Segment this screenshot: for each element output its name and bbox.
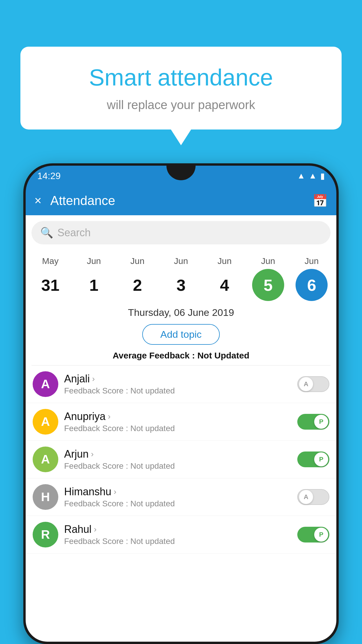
bubble-title: Smart attendance [38, 64, 324, 91]
avatar-1: A [33, 409, 58, 435]
close-button[interactable]: × [34, 194, 42, 208]
toggle-thumb-0: A [299, 377, 313, 391]
status-bar: 14:29 ▲ ▲ ▮ [26, 166, 336, 186]
status-icons: ▲ ▲ ▮ [297, 171, 325, 181]
bubble-subtitle: will replace your paperwork [38, 98, 324, 112]
calendar-row: May31Jun1Jun2Jun3Jun4Jun5Jun6 [26, 250, 336, 301]
student-row-4[interactable]: RRahul ›Feedback Score : Not updatedP [26, 516, 336, 554]
battery-icon: ▮ [320, 171, 325, 181]
student-info-0: Anjali ›Feedback Score : Not updated [64, 373, 291, 396]
feedback-score-4: Feedback Score : Not updated [64, 537, 291, 546]
student-name-4: Rahul › [64, 523, 291, 536]
student-row-0[interactable]: AAnjali ›Feedback Score : Not updatedA [26, 365, 336, 403]
toggle-thumb-4: P [314, 528, 328, 542]
student-name-2: Arjun › [64, 448, 291, 460]
selected-date: Thursday, 06 June 2019 [26, 301, 336, 321]
chevron-icon-0: › [92, 374, 95, 384]
student-name-0: Anjali › [64, 373, 291, 385]
status-time: 14:29 [37, 171, 61, 181]
avg-feedback-label: Average Feedback : [113, 351, 197, 360]
toggle-4[interactable]: P [297, 527, 329, 542]
chevron-icon-3: › [114, 487, 116, 496]
cal-day-num-2: 2 [122, 269, 154, 301]
phone-inner: 14:29 ▲ ▲ ▮ × Attendance 📅 🔍 Search May3… [26, 166, 336, 642]
cal-month-1: Jun [87, 256, 101, 266]
student-row-3[interactable]: HHimanshu ›Feedback Score : Not updatedA [26, 478, 336, 516]
cal-month-2: Jun [130, 256, 144, 266]
students-list: AAnjali ›Feedback Score : Not updatedAAA… [26, 365, 336, 554]
calendar-day-2[interactable]: Jun2 [117, 256, 158, 301]
cal-day-num-3: 3 [165, 269, 197, 301]
student-name-1: Anupriya › [64, 410, 291, 423]
phone-frame: 14:29 ▲ ▲ ▮ × Attendance 📅 🔍 Search May3… [23, 163, 339, 644]
student-name-3: Himanshu › [64, 486, 291, 498]
avg-feedback-value: Not Updated [197, 351, 249, 360]
student-info-1: Anupriya ›Feedback Score : Not updated [64, 410, 291, 433]
wifi-icon: ▲ [297, 171, 305, 181]
search-placeholder: Search [57, 227, 91, 239]
calendar-day-5[interactable]: Jun5 [248, 256, 289, 301]
calendar-day-3[interactable]: Jun3 [161, 256, 201, 301]
speech-bubble: Smart attendance will replace your paper… [20, 47, 342, 130]
calendar-day-0[interactable]: May31 [30, 256, 71, 301]
chevron-icon-1: › [108, 412, 110, 421]
add-topic-button[interactable]: Add topic [142, 324, 220, 345]
feedback-score-3: Feedback Score : Not updated [64, 499, 291, 508]
feedback-score-1: Feedback Score : Not updated [64, 424, 291, 433]
cal-month-5: Jun [261, 256, 275, 266]
app-bar-title: Attendance [50, 193, 304, 208]
app-bar: × Attendance 📅 [26, 186, 336, 215]
toggle-thumb-2: P [314, 452, 328, 466]
search-icon: 🔍 [40, 227, 53, 239]
student-info-4: Rahul ›Feedback Score : Not updated [64, 523, 291, 546]
avatar-0: A [33, 371, 58, 397]
cal-day-num-4: 4 [208, 269, 240, 301]
cal-month-6: Jun [305, 256, 319, 266]
student-info-3: Himanshu ›Feedback Score : Not updated [64, 486, 291, 508]
signal-icon: ▲ [309, 171, 317, 181]
student-row-1[interactable]: AAnupriya ›Feedback Score : Not updatedP [26, 403, 336, 441]
avatar-2: A [33, 447, 58, 472]
cal-day-num-5: 5 [252, 269, 284, 301]
cal-day-num-0: 31 [34, 269, 66, 301]
toggle-thumb-1: P [314, 415, 328, 429]
calendar-day-6[interactable]: Jun6 [291, 256, 332, 301]
phone-notch [166, 166, 196, 180]
avatar-4: R [33, 522, 58, 547]
cal-month-3: Jun [174, 256, 188, 266]
cal-day-num-1: 1 [78, 269, 110, 301]
screen-content: 🔍 Search May31Jun1Jun2Jun3Jun4Jun5Jun6 T… [26, 215, 336, 642]
speech-bubble-container: Smart attendance will replace your paper… [20, 47, 342, 130]
toggle-thumb-3: A [299, 490, 313, 504]
toggle-0[interactable]: A [297, 376, 329, 392]
toggle-2[interactable]: P [297, 452, 329, 467]
feedback-score-0: Feedback Score : Not updated [64, 386, 291, 396]
chevron-icon-2: › [91, 449, 94, 459]
calendar-button[interactable]: 📅 [312, 194, 328, 208]
feedback-score-2: Feedback Score : Not updated [64, 461, 291, 471]
student-info-2: Arjun ›Feedback Score : Not updated [64, 448, 291, 471]
search-bar[interactable]: 🔍 Search [31, 221, 331, 244]
chevron-icon-4: › [94, 525, 96, 534]
cal-day-num-6: 6 [296, 269, 328, 301]
toggle-3[interactable]: A [297, 489, 329, 505]
calendar-day-4[interactable]: Jun4 [204, 256, 245, 301]
calendar-day-1[interactable]: Jun1 [73, 256, 114, 301]
avg-feedback: Average Feedback : Not Updated [26, 348, 336, 365]
avatar-3: H [33, 484, 58, 510]
toggle-1[interactable]: P [297, 414, 329, 430]
cal-month-4: Jun [217, 256, 231, 266]
cal-month-0: May [42, 256, 59, 266]
student-row-2[interactable]: AArjun ›Feedback Score : Not updatedP [26, 441, 336, 478]
